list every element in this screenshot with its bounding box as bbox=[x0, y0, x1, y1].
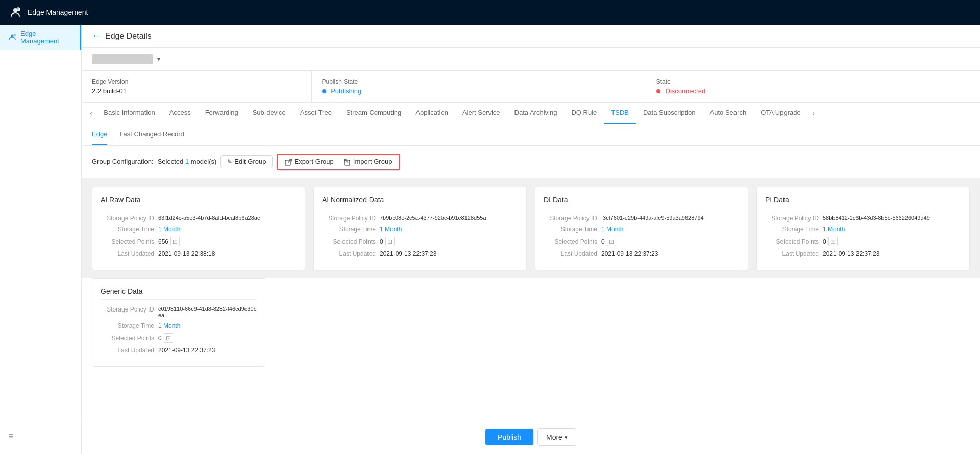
tab-data-archiving[interactable]: Data Archiving bbox=[507, 103, 565, 124]
tab-data-subscription[interactable]: Data Subscription bbox=[636, 103, 703, 124]
ai-normalized-title: AI Normalized Data bbox=[322, 196, 518, 208]
data-cards-row2: Generic Data Storage Policy ID c0193110-… bbox=[82, 278, 980, 377]
disconnected-dot bbox=[656, 89, 660, 93]
tab-alert-service[interactable]: Alert Service bbox=[455, 103, 507, 124]
generic-selected-points: 0 bbox=[158, 334, 162, 342]
ai-raw-selected-points-row: Selected Points 656 ⊡ bbox=[101, 237, 297, 246]
ai-norm-selected-points: 0 bbox=[380, 238, 383, 245]
di-storage-time: 1 Month bbox=[601, 226, 623, 233]
ai-raw-last-updated-row: Last Updated 2021-09-13 22:38:18 bbox=[101, 250, 297, 257]
edit-group-button[interactable]: ✎ Edit Group bbox=[220, 155, 273, 168]
svg-point-2 bbox=[11, 35, 14, 37]
ai-normalized-data-card: AI Normalized Data Storage Policy ID 7b9… bbox=[313, 187, 527, 270]
app-title: Edge Management bbox=[28, 8, 88, 16]
page-header: ← Edge Details bbox=[82, 25, 980, 48]
publish-state-value: Publishing bbox=[322, 87, 635, 95]
top-bar: Edge Management bbox=[0, 0, 980, 25]
ai-raw-points-icon[interactable]: ⊡ bbox=[170, 237, 180, 246]
group-config-bar: Group Configuration: Selected 1 model(s)… bbox=[82, 146, 980, 179]
ai-raw-storage-time-row: Storage Time 1 Month bbox=[101, 226, 297, 233]
group-config-label: Group Configuration: bbox=[92, 158, 154, 165]
edge-management-icon bbox=[8, 33, 16, 41]
storage-policy-id-label: Storage Policy ID bbox=[101, 214, 154, 222]
sidebar: Edge Management ≡ bbox=[0, 25, 82, 454]
sidebar-item-edge-management[interactable]: Edge Management bbox=[0, 25, 81, 50]
device-name bbox=[92, 54, 153, 64]
ai-norm-last-updated: 2021-09-13 22:37:23 bbox=[380, 250, 436, 257]
tab-next-arrow[interactable]: › bbox=[808, 109, 819, 118]
tab-auto-search[interactable]: Auto Search bbox=[703, 103, 754, 124]
tab-ota-upgrade[interactable]: OTA Upgrade bbox=[753, 103, 808, 124]
pi-selected-points: 0 bbox=[823, 238, 826, 245]
export-group-button[interactable]: Export Group bbox=[281, 156, 337, 168]
device-dropdown-arrow[interactable]: ▾ bbox=[157, 56, 160, 63]
di-points-icon[interactable]: ⊡ bbox=[607, 237, 616, 246]
ai-raw-storage-policy-row: Storage Policy ID 63f1d24c-a5e3-4b7d-8af… bbox=[101, 214, 297, 222]
export-icon bbox=[285, 158, 292, 166]
pi-last-updated: 2021-09-13 22:37:23 bbox=[823, 250, 879, 257]
status-bar: Edge Version 2.2 build-01 Publish State … bbox=[82, 71, 980, 103]
sidebar-collapse-button[interactable]: ≡ bbox=[0, 427, 82, 446]
di-data-title: DI Data bbox=[544, 196, 740, 208]
di-data-card: DI Data Storage Policy ID f3cf7601-e29b-… bbox=[535, 187, 748, 270]
svg-rect-5 bbox=[345, 160, 350, 165]
back-button[interactable]: ← bbox=[92, 31, 101, 41]
di-last-updated: 2021-09-13 22:37:23 bbox=[601, 250, 658, 257]
ai-raw-last-updated: 2021-09-13 22:38:18 bbox=[158, 250, 215, 257]
tab-application[interactable]: Application bbox=[408, 103, 455, 124]
tab-prev-arrow[interactable]: ‹ bbox=[86, 109, 96, 118]
tab-navigation: ‹ Basic Information Access Forwarding Su… bbox=[82, 103, 980, 124]
data-cards-grid: AI Raw Data Storage Policy ID 63f1d24c-a… bbox=[82, 179, 980, 278]
generic-storage-time: 1 Month bbox=[158, 322, 180, 329]
state-label: State bbox=[656, 78, 970, 85]
publish-button[interactable]: Publish bbox=[485, 429, 533, 445]
last-updated-label-0: Last Updated bbox=[101, 250, 154, 257]
state-status: State Disconnected bbox=[646, 71, 980, 102]
di-storage-policy-id: f3cf7601-e29b-449a-afe9-59a3a9628794 bbox=[601, 214, 704, 222]
tab-stream-computing[interactable]: Stream Computing bbox=[339, 103, 408, 124]
edit-icon: ✎ bbox=[227, 158, 232, 165]
device-header: ▾ bbox=[82, 48, 980, 71]
di-selected-points: 0 bbox=[601, 238, 605, 245]
ai-raw-storage-time: 1 Month bbox=[158, 226, 180, 233]
tab-forwarding[interactable]: Forwarding bbox=[198, 103, 246, 124]
pi-points-icon[interactable]: ⊡ bbox=[828, 237, 838, 246]
ai-raw-data-title: AI Raw Data bbox=[101, 196, 297, 208]
ai-norm-points-icon[interactable]: ⊡ bbox=[385, 237, 395, 246]
more-button[interactable]: More ▾ bbox=[537, 428, 576, 446]
import-icon bbox=[344, 158, 351, 166]
generic-last-updated: 2021-09-13 22:37:23 bbox=[158, 347, 215, 354]
generic-data-card: Generic Data Storage Policy ID c0193110-… bbox=[92, 278, 265, 367]
sub-tab-bar: Edge Last Changed Record bbox=[82, 124, 980, 146]
ai-norm-storage-policy-id: 7b9bc08e-2c5a-4377-92bc-b91e8128d55a bbox=[380, 214, 486, 222]
generic-points-icon[interactable]: ⊡ bbox=[164, 333, 173, 343]
group-config-selected: Selected 1 model(s) bbox=[158, 158, 217, 165]
publishing-dot bbox=[322, 89, 326, 93]
tab-sub-device[interactable]: Sub-device bbox=[246, 103, 293, 124]
sub-tab-edge[interactable]: Edge bbox=[92, 130, 107, 145]
selected-points-label-0: Selected Points bbox=[101, 238, 154, 245]
publish-state-label: Publish State bbox=[322, 78, 635, 85]
ai-norm-storage-time: 1 Month bbox=[380, 226, 402, 233]
sub-tab-last-changed-record[interactable]: Last Changed Record bbox=[119, 130, 184, 145]
tab-dq-rule[interactable]: DQ Rule bbox=[564, 103, 604, 124]
ai-raw-storage-policy-id: 63f1d24c-a5e3-4b7d-8afd-bcaf8b6a28ac bbox=[158, 214, 260, 222]
pi-data-title: PI Data bbox=[765, 196, 961, 208]
tab-basic-information[interactable]: Basic Information bbox=[96, 103, 162, 124]
scrollable-content: ▾ Edge Version 2.2 build-01 Publish Stat… bbox=[82, 48, 980, 420]
bottom-toolbar: Publish More ▾ bbox=[82, 420, 980, 454]
ai-raw-selected-points: 656 bbox=[158, 238, 168, 245]
more-dropdown-arrow: ▾ bbox=[565, 434, 568, 441]
import-group-button[interactable]: Import Group bbox=[340, 156, 397, 168]
generic-storage-policy-id: c0193110-66c9-41d8-8232-f46cd9c30bea bbox=[158, 306, 257, 318]
tab-asset-tree[interactable]: Asset Tree bbox=[293, 103, 339, 124]
ai-raw-data-card: AI Raw Data Storage Policy ID 63f1d24c-a… bbox=[92, 187, 305, 270]
pi-storage-policy-id: 58bb8412-1c6b-43d3-8b5b-566226049d49 bbox=[823, 214, 930, 222]
edge-version-value: 2.2 build-01 bbox=[92, 87, 301, 95]
tab-access[interactable]: Access bbox=[162, 103, 198, 124]
tab-tsdb[interactable]: TSDB bbox=[604, 103, 636, 124]
pi-data-card: PI Data Storage Policy ID 58bb8412-1c6b-… bbox=[756, 187, 970, 270]
edge-version-status: Edge Version 2.2 build-01 bbox=[82, 71, 312, 102]
generic-data-title: Generic Data bbox=[101, 287, 257, 300]
pi-storage-time: 1 Month bbox=[823, 226, 845, 233]
